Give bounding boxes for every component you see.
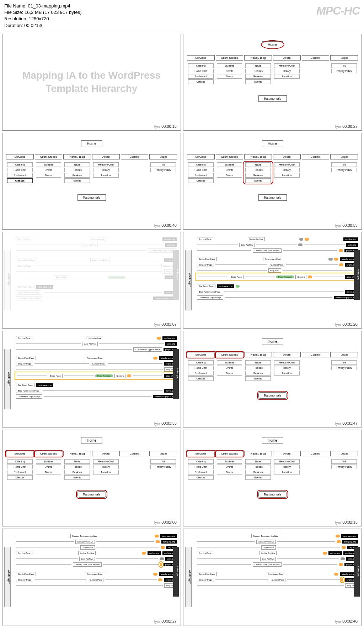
player-watermark: MPC-HC xyxy=(316,3,360,19)
flow-diagram-archive: What Page? index.php Custom Taxonomy Arc… xyxy=(2,529,181,625)
thumbnail[interactable]: Mapping IA to the WordPress Template Hie… xyxy=(2,34,181,131)
timestamp: 00:00:27 xyxy=(341,124,359,129)
ia-diagram: Home ServicesCateringHome ChefRestaurant… xyxy=(183,430,362,526)
ia-section: Legal xyxy=(330,55,358,61)
thumbnail[interactable]: What Page? index.php Archive PageNative … xyxy=(183,232,362,329)
ia-section: Contact xyxy=(302,55,330,61)
thumbnail[interactable]: What Page? index.php Custom Taxonomy Arc… xyxy=(183,529,362,625)
thumbnail[interactable]: What Page? index.php Archive PageNative … xyxy=(2,331,181,427)
ia-diagram: Home ServicesCateringHome ChefRestaurant… xyxy=(2,430,181,526)
slide-title: Mapping IA to the WordPress Template Hie… xyxy=(2,69,181,95)
file-resolution: Resolution: 1280x720 xyxy=(4,16,360,22)
timestamp: 00:02:40 xyxy=(341,619,359,624)
thumbnail[interactable]: What Page? index.php Archive PageNative … xyxy=(2,232,181,329)
ia-diagram: Home ServicesCateringHome ChefRestaurant… xyxy=(183,34,362,130)
ia-home-node: Home xyxy=(262,41,283,48)
ia-section: Client Stories xyxy=(216,55,243,61)
thumbnail[interactable]: What Page? index.php Custom Taxonomy Arc… xyxy=(2,529,181,625)
timestamp: 00:02:13 xyxy=(341,520,359,525)
ia-testimonials: Testimonials xyxy=(258,95,287,102)
ia-section: Services xyxy=(187,55,215,61)
ia-home-node: Home xyxy=(81,140,102,147)
timestamp: 00:01:33 xyxy=(160,421,178,426)
flow-diagram: What Page? index.php Archive PageNative … xyxy=(183,232,362,328)
timestamp: 00:00:53 xyxy=(341,223,359,228)
file-duration: Duration: 00:02:53 xyxy=(4,22,360,29)
title-slide: Mapping IA to the WordPress Template Hie… xyxy=(2,34,181,130)
thumbnail[interactable]: Home ServicesCateringHome ChefRestaurant… xyxy=(183,331,362,427)
thumbnail[interactable]: Home ServicesCateringHome ChefRestaurant… xyxy=(2,430,181,526)
ia-diagram: Home ServicesCateringHome ChefRestaurant… xyxy=(2,133,181,229)
ia-section: About xyxy=(273,55,301,61)
ia-section: News / Blog xyxy=(244,55,272,61)
timestamp: 00:01:20 xyxy=(341,322,359,327)
timestamp: 00:00:13 xyxy=(160,124,178,129)
flow-diagram: What Page? index.php Archive PageNative … xyxy=(2,331,181,427)
thumbnail-grid: Mapping IA to the WordPress Template Hie… xyxy=(0,32,364,628)
thumbnail[interactable]: Home ServicesCateringHome ChefRestaurant… xyxy=(183,34,362,131)
file-info-panel: File Name: 01_03-mapping.mp4 File Size: … xyxy=(0,0,364,32)
file-name: File Name: 01_03-mapping.mp4 xyxy=(4,3,360,9)
timestamp: 00:00:40 xyxy=(160,223,178,228)
thumbnail[interactable]: Home ServicesCateringHome ChefRestaurant… xyxy=(2,133,181,230)
thumbnail[interactable]: Home ServicesCateringHome ChefRestaurant… xyxy=(183,133,362,230)
timestamp: 00:01:47 xyxy=(341,421,359,426)
ia-diagram: Home ServicesCateringHome ChefRestaurant… xyxy=(183,331,362,427)
flow-diagram-archive: What Page? index.php Custom Taxonomy Arc… xyxy=(183,529,362,625)
file-size: File Size: 16,2 MB (17 023 917 bytes) xyxy=(4,9,360,16)
thumbnail[interactable]: Home ServicesCateringHome ChefRestaurant… xyxy=(183,430,362,526)
flow-diagram-faded: What Page? index.php Archive PageNative … xyxy=(2,232,181,328)
ia-diagram: Home ServicesCateringHome ChefRestaurant… xyxy=(183,133,362,229)
timestamp: 00:01:07 xyxy=(160,322,178,327)
timestamp: 00:02:27 xyxy=(160,619,178,624)
timestamp: 00:02:00 xyxy=(160,520,178,525)
